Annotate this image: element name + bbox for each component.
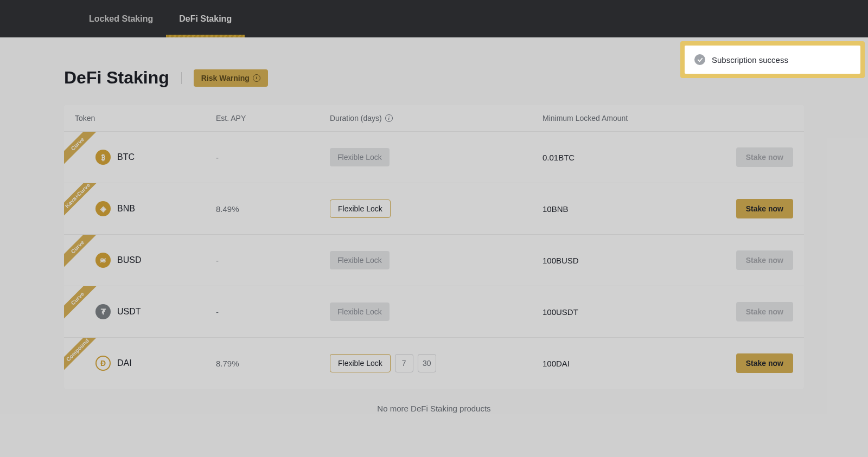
coin-icon: ◈ (95, 201, 111, 216)
tab-locked-staking[interactable]: Locked Staking (76, 0, 166, 37)
token-cell: ≋BUSD (75, 253, 216, 268)
stake-cell: Stake now (715, 302, 793, 321)
apy-value: 8.49% (216, 204, 330, 214)
info-icon: i (253, 74, 260, 82)
table-row: CompoundĐDAI8.79%Flexible Lock730100DAIS… (64, 337, 804, 389)
coin-icon: ₮ (95, 304, 111, 319)
stake-cell: Stake now (715, 353, 793, 373)
stake-now-button: Stake now (736, 302, 793, 321)
check-icon (694, 54, 705, 65)
stake-cell: Stake now (715, 147, 793, 167)
apy-value: - (216, 307, 330, 317)
apy-value: - (216, 153, 330, 162)
token-name: DAI (117, 358, 132, 368)
duration-option[interactable]: Flexible Lock (330, 354, 391, 372)
duration-cell: Flexible Lock (330, 199, 531, 218)
stake-now-button[interactable]: Stake now (736, 199, 793, 218)
stake-cell: Stake now (715, 250, 793, 270)
duration-option[interactable]: Flexible Lock (330, 199, 391, 218)
duration-option[interactable]: 30 (418, 354, 436, 372)
col-duration: Duration (days) i (330, 114, 531, 123)
coin-icon: ≋ (95, 253, 111, 268)
stake-now-button[interactable]: Stake now (736, 353, 793, 373)
tab-label: DeFi Staking (179, 14, 232, 24)
toast: Subscription success (685, 46, 860, 74)
col-min: Minimum Locked Amount (531, 114, 715, 123)
token-name: USDT (117, 307, 141, 317)
min-amount: 0.01BTC (531, 153, 715, 162)
apy-value: - (216, 256, 330, 265)
token-cell: ◈BNB (75, 201, 216, 216)
stake-now-button: Stake now (736, 147, 793, 167)
duration-cell: Flexible Lock (330, 251, 531, 269)
table-header: Token Est. APY Duration (days) i Minimum… (64, 105, 804, 131)
table-row: Curve≋BUSD-Flexible Lock100BUSDStake now (64, 234, 804, 286)
token-name: BUSD (117, 255, 141, 265)
page-title: DeFi Staking (64, 68, 169, 88)
duration-option: Flexible Lock (330, 302, 390, 321)
min-amount: 100USDT (531, 307, 715, 317)
coin-icon: Đ (95, 356, 111, 371)
min-amount: 100BUSD (531, 256, 715, 265)
duration-cell: Flexible Lock (330, 148, 531, 166)
token-cell: ₮USDT (75, 304, 216, 319)
coin-icon: ₿ (95, 150, 111, 165)
toast-highlight: Subscription success (680, 41, 865, 78)
table-row: Kava+Curve◈BNB8.49%Flexible Lock10BNBSta… (64, 183, 804, 234)
min-amount: 100DAI (531, 359, 715, 368)
duration-cell: Flexible Lock730 (330, 354, 531, 372)
tabs-header: Locked Staking DeFi Staking (0, 0, 868, 37)
token-cell: ĐDAI (75, 356, 216, 371)
toast-message: Subscription success (712, 55, 788, 65)
risk-warning-label: Risk Warning (201, 74, 250, 82)
table-footer: No more DeFi Staking products (64, 389, 804, 438)
token-name: BTC (117, 152, 135, 162)
table-row: Curve₿BTC-Flexible Lock0.01BTCStake now (64, 131, 804, 183)
duration-cell: Flexible Lock (330, 302, 531, 321)
duration-option[interactable]: 7 (395, 354, 413, 372)
apy-value: 8.79% (216, 359, 330, 368)
tab-label: Locked Staking (89, 14, 153, 24)
risk-warning-button[interactable]: Risk Warning i (194, 69, 268, 87)
col-token: Token (75, 114, 216, 123)
tab-defi-staking[interactable]: DeFi Staking (166, 0, 245, 37)
token-name: BNB (117, 204, 135, 214)
staking-table: Token Est. APY Duration (days) i Minimum… (64, 105, 804, 389)
duration-option: Flexible Lock (330, 148, 390, 166)
duration-option: Flexible Lock (330, 251, 390, 269)
token-cell: ₿BTC (75, 150, 216, 165)
table-row: Curve₮USDT-Flexible Lock100USDTStake now (64, 286, 804, 337)
min-amount: 10BNB (531, 204, 715, 214)
separator (181, 72, 182, 84)
col-apy: Est. APY (216, 114, 330, 123)
stake-now-button: Stake now (736, 250, 793, 270)
info-icon[interactable]: i (385, 114, 393, 122)
stake-cell: Stake now (715, 199, 793, 218)
